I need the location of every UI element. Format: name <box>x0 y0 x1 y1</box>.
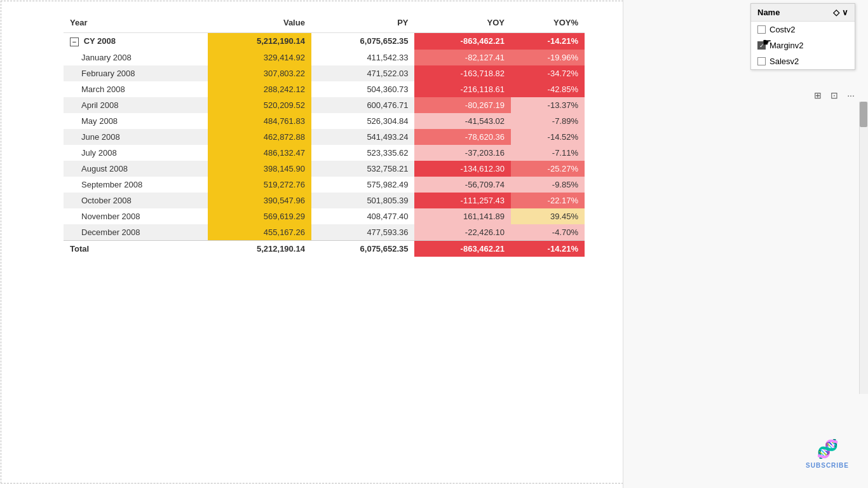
month-value: 520,209.52 <box>208 97 311 113</box>
total-py: 6,075,652.35 <box>311 240 415 257</box>
month-value: 484,761.83 <box>208 113 311 129</box>
field-item-salesv2[interactable]: Salesv2 <box>751 53 855 69</box>
month-label: January 2008 <box>64 50 208 65</box>
cy-row: − CY 2008 5,212,190.14 6,075,652.35 -863… <box>64 33 585 50</box>
month-value: 288,242.12 <box>208 81 311 97</box>
month-yoy: -134,612.30 <box>414 161 511 177</box>
total-row: Total 5,212,190.14 6,075,652.35 -863,462… <box>64 240 585 257</box>
month-label: February 2008 <box>64 65 208 81</box>
month-label: December 2008 <box>64 224 208 241</box>
month-label: June 2008 <box>64 129 208 145</box>
scrollbar-thumb[interactable] <box>860 102 867 127</box>
month-label: September 2008 <box>64 177 208 193</box>
month-yoy: -80,267.19 <box>414 97 511 113</box>
total-yoy: -863,462.21 <box>414 240 511 257</box>
checkbox-costv2[interactable] <box>757 25 766 34</box>
filter-icon[interactable]: ⊞ <box>811 89 824 102</box>
right-panel: Name ◇ ∨ Costv2✓Marginv2Salesv2 ☛ ⊞ ⊡ ··… <box>623 0 868 488</box>
total-label: Total <box>64 240 208 257</box>
table-header-row: Year Value PY YOY YOY% <box>64 13 585 33</box>
col-year: Year <box>64 13 208 33</box>
table-container: Year Value PY YOY YOY% − CY 2008 5,212,1… <box>0 0 623 488</box>
month-py: 411,542.33 <box>311 50 415 65</box>
month-py: 532,758.21 <box>311 161 415 177</box>
field-item-costv2[interactable]: Costv2 <box>751 22 855 37</box>
month-label: November 2008 <box>64 208 208 224</box>
field-panel-title: Name <box>757 8 780 17</box>
month-yoy: -216,118.61 <box>414 81 511 97</box>
month-yoypct: -22.17% <box>511 193 585 208</box>
month-value: 398,145.90 <box>208 161 311 177</box>
month-py: 526,304.84 <box>311 113 415 129</box>
field-panel: Name ◇ ∨ Costv2✓Marginv2Salesv2 <box>750 3 855 70</box>
table-row: March 2008 288,242.12 504,360.73 -216,11… <box>64 81 585 97</box>
month-yoy: -78,620.36 <box>414 129 511 145</box>
col-yoypct: YOY% <box>511 13 585 33</box>
month-py: 501,805.39 <box>311 193 415 208</box>
cy-value: 5,212,190.14 <box>208 33 311 50</box>
subscribe-text: SUBSCRIBE <box>806 462 849 469</box>
month-yoypct: -7.11% <box>511 145 585 161</box>
field-items-container: Costv2✓Marginv2Salesv2 <box>751 22 855 69</box>
month-py: 575,982.49 <box>311 177 415 193</box>
month-value: 390,547.96 <box>208 193 311 208</box>
month-py: 477,593.36 <box>311 224 415 241</box>
field-label-costv2: Costv2 <box>770 25 795 34</box>
month-value: 569,619.29 <box>208 208 311 224</box>
table-row: June 2008 462,872.88 541,493.24 -78,620.… <box>64 129 585 145</box>
month-py: 600,476.71 <box>311 97 415 113</box>
cy-label: − CY 2008 <box>64 33 208 50</box>
table-row: July 2008 486,132.47 523,335.62 -37,203.… <box>64 145 585 161</box>
field-panel-header-icons: ◇ ∨ <box>833 8 848 17</box>
month-py: 471,522.03 <box>311 65 415 81</box>
month-label: May 2008 <box>64 113 208 129</box>
month-yoypct: -14.52% <box>511 129 585 145</box>
total-yoypct: -14.21% <box>511 240 585 257</box>
month-yoy: -41,543.02 <box>414 113 511 129</box>
table-row: November 2008 569,619.29 408,477.40 161,… <box>64 208 585 224</box>
table-row: September 2008 519,272.76 575,982.49 -56… <box>64 177 585 193</box>
checkbox-salesv2[interactable] <box>757 57 766 65</box>
month-yoypct: -19.96% <box>511 50 585 65</box>
dna-icon: 🧬 <box>817 438 839 459</box>
clear-icon[interactable]: ◇ <box>833 8 839 17</box>
month-yoy: -82,127.41 <box>414 50 511 65</box>
field-label-marginv2: Marginv2 <box>770 41 803 50</box>
cy-yoy: -863,462.21 <box>414 33 511 50</box>
col-py: PY <box>311 13 415 33</box>
month-py: 408,477.40 <box>311 208 415 224</box>
expand-chevron-icon[interactable]: ∨ <box>842 8 848 17</box>
field-label-salesv2: Salesv2 <box>770 57 799 66</box>
month-yoy: -37,203.16 <box>414 145 511 161</box>
collapse-icon[interactable]: − <box>70 37 79 46</box>
cy-py: 6,075,652.35 <box>311 33 415 50</box>
month-value: 307,803.22 <box>208 65 311 81</box>
month-yoy: -111,257.43 <box>414 193 511 208</box>
more-options-icon[interactable]: ··· <box>844 89 857 102</box>
col-yoy: YOY <box>414 13 511 33</box>
cy-yoypct: -14.21% <box>511 33 585 50</box>
month-label: October 2008 <box>64 193 208 208</box>
month-label: April 2008 <box>64 97 208 113</box>
month-yoy: -22,426.10 <box>414 224 511 241</box>
month-yoypct: -4.70% <box>511 224 585 241</box>
month-value: 519,272.76 <box>208 177 311 193</box>
month-yoypct: -25.27% <box>511 161 585 177</box>
month-value: 486,132.47 <box>208 145 311 161</box>
scrollbar[interactable] <box>859 102 868 394</box>
month-yoy: -163,718.82 <box>414 65 511 81</box>
month-label: March 2008 <box>64 81 208 97</box>
field-item-marginv2[interactable]: ✓Marginv2 <box>751 37 855 53</box>
month-yoypct: -7.89% <box>511 113 585 129</box>
expand-visual-icon[interactable]: ⊡ <box>828 89 841 102</box>
month-yoypct: -13.37% <box>511 97 585 113</box>
month-value: 462,872.88 <box>208 129 311 145</box>
table-row: May 2008 484,761.83 526,304.84 -41,543.0… <box>64 113 585 129</box>
month-py: 541,493.24 <box>311 129 415 145</box>
table-row: January 2008 329,414.92 411,542.33 -82,1… <box>64 50 585 65</box>
table-row: December 2008 455,167.26 477,593.36 -22,… <box>64 224 585 241</box>
visual-controls: ⊞ ⊡ ··· <box>811 89 857 102</box>
checkbox-marginv2[interactable]: ✓ <box>757 41 766 50</box>
month-yoypct: 39.45% <box>511 208 585 224</box>
month-value: 329,414.92 <box>208 50 311 65</box>
